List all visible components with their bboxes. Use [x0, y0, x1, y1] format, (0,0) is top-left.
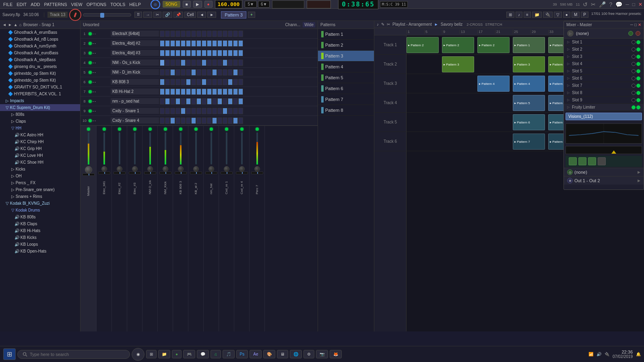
taskbar-aftereffects[interactable]: Ae: [250, 350, 262, 358]
fader-knob[interactable]: [224, 166, 229, 172]
browser-item-kb808s[interactable]: 🔊 KB 808s: [0, 214, 80, 220]
browser-item-kbopenhats[interactable]: 🔊 KB Open-Hats: [0, 248, 80, 255]
step[interactable]: [202, 60, 206, 66]
browser-item-shoe[interactable]: 🔊 KC Shoe HH: [0, 159, 80, 166]
taskbar-chrome[interactable]: ●: [172, 350, 182, 358]
seq-led-active[interactable]: [89, 42, 92, 45]
browser-item[interactable]: 🔷 Ghosthack A_stepBass: [0, 56, 80, 63]
seq-name-8[interactable]: nm - p_sed hat: [111, 98, 159, 104]
master-ind-3[interactable]: [588, 157, 596, 165]
step[interactable]: [207, 117, 212, 124]
seq-name-7[interactable]: KB Hi-Hat 2: [111, 88, 159, 95]
browser-item[interactable]: 🔷 girlnextdo_op Stem Kit): [0, 70, 80, 77]
browser-item-presnare[interactable]: ▷ Pre-Snare_ore snare): [0, 186, 80, 193]
step[interactable]: [181, 69, 186, 76]
menu-edit[interactable]: EDIT: [15, 2, 28, 7]
step[interactable]: [217, 60, 222, 66]
seq-led-active[interactable]: [89, 32, 92, 35]
step[interactable]: [160, 60, 165, 66]
browser-item-hh[interactable]: ▽ HH: [0, 125, 80, 132]
mixer-float[interactable]: □: [634, 23, 637, 27]
pattern-item-2[interactable]: Pattern 2: [318, 40, 374, 51]
step[interactable]: [217, 50, 222, 56]
taskbar-volume-icon[interactable]: 🔊: [597, 352, 601, 356]
mixer-enable[interactable]: [632, 69, 636, 73]
playlist-icon[interactable]: ♪: [377, 22, 379, 27]
fader-knob[interactable]: [163, 166, 168, 172]
seq-led-active[interactable]: [89, 80, 92, 84]
mixer-out-icon[interactable]: ⊕: [567, 178, 573, 183]
step[interactable]: [217, 98, 222, 105]
step[interactable]: [160, 117, 165, 124]
taskbar-network-icon[interactable]: 📶: [588, 352, 593, 356]
step[interactable]: [196, 60, 201, 66]
step[interactable]: [228, 117, 233, 124]
led[interactable]: [225, 128, 228, 131]
browser-folder-kodak[interactable]: ▽ Kodak Bl_KVNG_Zuzi: [0, 200, 80, 207]
taskbar-app3[interactable]: 🖥: [277, 350, 288, 358]
step[interactable]: [181, 79, 186, 85]
step[interactable]: [207, 40, 212, 47]
menu-tools[interactable]: TOOLS: [109, 2, 127, 7]
taskbar-taskview[interactable]: ⊞: [146, 350, 157, 358]
windows-start-btn[interactable]: ⊞: [3, 348, 16, 360]
led[interactable]: [133, 128, 136, 131]
menu-file[interactable]: FILE: [2, 2, 14, 7]
browser-item-claps[interactable]: ▷ Claps: [0, 118, 80, 125]
mixer-enable[interactable]: [632, 84, 636, 88]
step[interactable]: [175, 50, 180, 56]
step[interactable]: [233, 69, 238, 76]
fader-knob[interactable]: [132, 166, 138, 172]
step[interactable]: [196, 69, 201, 76]
step[interactable]: [217, 79, 222, 85]
browser-item[interactable]: 🔷 Ghosthack Ad_nB Loops: [0, 36, 80, 43]
step[interactable]: [212, 108, 217, 114]
step[interactable]: [228, 60, 233, 66]
step[interactable]: [223, 40, 227, 47]
fader-knob[interactable]: [101, 166, 107, 172]
step[interactable]: [186, 108, 191, 114]
taskbar-photoshop[interactable]: Ps: [236, 350, 248, 358]
master-ind-2[interactable]: [578, 157, 586, 165]
step[interactable]: [175, 79, 180, 85]
tb-arrow[interactable]: →: [143, 12, 152, 18]
fader-knob[interactable]: [147, 166, 153, 172]
step[interactable]: [181, 60, 186, 66]
step[interactable]: [160, 31, 165, 37]
master-vol-knob[interactable]: [69, 9, 81, 21]
pl-block[interactable]: ▸ Pattern 2: [477, 37, 510, 53]
step[interactable]: [160, 69, 165, 76]
browser-item-grip[interactable]: 🔊 KC Grip HH: [0, 145, 80, 152]
mixer-enable[interactable]: [632, 55, 636, 59]
step[interactable]: [175, 69, 180, 76]
step[interactable]: [181, 50, 186, 56]
mixer-enable[interactable]: [632, 98, 636, 102]
icon-scissors[interactable]: ✂: [591, 1, 596, 8]
menu-view[interactable]: VIEW: [70, 2, 84, 7]
seq-wide-btn[interactable]: Wide: [303, 22, 315, 27]
step[interactable]: [170, 69, 175, 76]
mixer-close[interactable]: ✕: [638, 23, 641, 27]
browser-home[interactable]: ⌂: [19, 23, 22, 27]
seq-name-2[interactable]: Electra_4bit] #2: [111, 40, 159, 46]
taskbar-steam[interactable]: 🎮: [183, 350, 195, 358]
record-btn[interactable]: ●: [204, 1, 213, 8]
master-pitch-slider[interactable]: [83, 13, 131, 16]
tb-prev[interactable]: ◄: [197, 12, 206, 18]
step[interactable]: [160, 79, 165, 85]
tb-plugin[interactable]: 🔌: [543, 12, 553, 18]
pl-block[interactable]: ▸ Pattern 6: [513, 114, 545, 130]
step[interactable]: [160, 108, 165, 114]
step[interactable]: [223, 79, 227, 85]
step[interactable]: [170, 98, 175, 105]
browser-item[interactable]: 🔷 ginseng dru_w_ presets: [0, 63, 80, 70]
mixer-enable[interactable]: [632, 47, 636, 51]
mixer-slot-1[interactable]: ▷ Slot 1: [564, 39, 644, 46]
step[interactable]: [228, 50, 233, 56]
step[interactable]: [228, 108, 233, 114]
mixer-active[interactable]: [636, 69, 640, 73]
master-ind-1[interactable]: [569, 157, 577, 165]
taskbar-spotify[interactable]: ♫: [211, 350, 221, 358]
step[interactable]: [233, 50, 238, 56]
step[interactable]: [238, 88, 243, 95]
